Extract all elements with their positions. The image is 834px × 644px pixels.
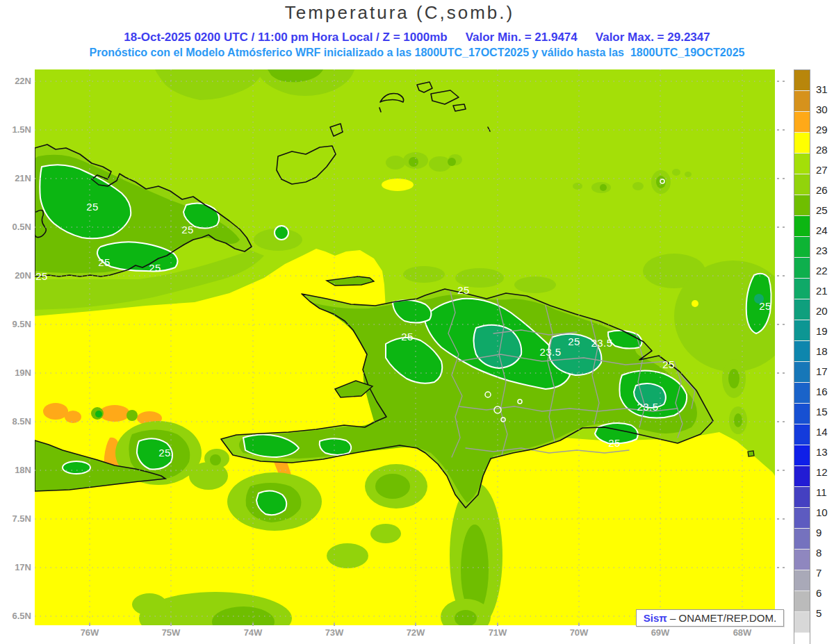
valid-time-text: 18-Oct-2025 0200 UTC / 11:00 pm Hora Loc… [124, 31, 447, 44]
y-axis-label: 20N [0, 270, 31, 281]
right-tick [777, 81, 779, 82]
colorbar-tick-label: 23 [816, 245, 828, 256]
right-tick [783, 324, 785, 325]
colorbar-segment [794, 340, 810, 361]
colorbar-segment [794, 278, 810, 299]
colorbar-tick-label: 5 [816, 607, 821, 619]
colorbar-tick-label: 8 [816, 547, 821, 559]
forecast-map [35, 69, 775, 625]
y-axis-label: 21N [0, 173, 31, 183]
colorbar-segment [794, 215, 810, 236]
x-axis-label: 75W [150, 627, 192, 638]
bottom-tick [334, 623, 335, 626]
colorbar-segment [794, 591, 810, 611]
right-tick [777, 324, 779, 325]
colorbar-segment [794, 195, 810, 215]
colorbar-segment [794, 132, 810, 153]
right-tick [777, 226, 779, 228]
subtitle-line2: Pronóstico con el Modelo Atmósferico WRF… [0, 47, 834, 59]
bottom-tick [578, 623, 580, 626]
colorbar-segment [794, 111, 810, 132]
attribution-box: Sisπ – ONAMET/REP.DOM. [636, 609, 784, 627]
y-axis-label: 7.5N [0, 513, 31, 524]
colorbar-tick-label: 16 [816, 386, 828, 397]
colorbar-tick-label: 20 [816, 305, 828, 317]
bottom-tick [252, 623, 254, 626]
max-value-text: Valor Max. = 29.2347 [596, 31, 710, 44]
x-axis-label: 69W [639, 627, 681, 638]
colorbar-segment [794, 424, 810, 445]
x-axis-label: 74W [232, 627, 274, 638]
colorbar-segment [794, 320, 810, 340]
right-tick [783, 226, 785, 228]
x-axis-label: 71W [477, 627, 518, 638]
colorbar-tick-label: 13 [816, 446, 828, 458]
right-tick [777, 275, 779, 276]
colorbar-tick-label: 9 [816, 527, 821, 538]
colorbar-tick-label: 21 [816, 285, 828, 297]
right-tick [777, 567, 779, 568]
colorbar-tick-label: 31 [816, 83, 828, 95]
right-tick [783, 518, 785, 520]
colorbar-segment [794, 528, 810, 549]
colorbar-tick-label: 14 [816, 426, 828, 438]
bottom-tick [170, 623, 172, 626]
bottom-tick [415, 623, 416, 626]
forecast-screenshot: Temperatura (C,somb.) 18-Oct-2025 0200 U… [0, 0, 834, 644]
x-axis-label: 73W [313, 627, 355, 638]
bottom-tick [497, 623, 498, 626]
bottom-tick [89, 623, 90, 626]
colorbar-tick-label: 6 [816, 587, 821, 599]
colorbar-tick-label: 11 [816, 486, 827, 498]
colorbar-segment [794, 486, 810, 507]
y-axis-label: 9.5N [0, 319, 31, 329]
colorbar-tick-label: 12 [816, 466, 828, 478]
right-tick [777, 421, 779, 422]
right-tick [777, 178, 779, 179]
right-tick [783, 470, 785, 471]
colorbar-segment [794, 465, 810, 486]
colorbar-tick-label: 25 [816, 204, 828, 216]
colorbar-segment [794, 70, 810, 90]
colorbar-segment [794, 632, 810, 644]
colorbar-segment [794, 445, 810, 465]
min-value-text: Valor Min. = 21.9474 [466, 31, 578, 44]
colorbar-tick-label: 27 [816, 164, 828, 176]
subtitle-line1: 18-Oct-2025 0200 UTC / 11:00 pm Hora Loc… [0, 31, 834, 44]
colorbar-segment [794, 257, 810, 278]
right-tick [777, 129, 779, 131]
right-tick [783, 372, 785, 374]
right-tick [783, 421, 785, 422]
colorbar-segment [794, 549, 810, 570]
colorbar-tick-label: 17 [816, 365, 828, 377]
y-axis-label: 1.5N [0, 124, 31, 135]
colorbar [794, 69, 810, 644]
colorbar-segment [794, 570, 810, 591]
x-axis-label: 70W [558, 627, 600, 638]
right-tick [783, 129, 785, 131]
colorbar-tick-label: 30 [816, 104, 828, 115]
right-tick [777, 372, 779, 374]
colorbar-segment [794, 299, 810, 320]
colorbar-tick-label: 7 [816, 567, 821, 579]
colorbar-segment [794, 403, 810, 424]
right-tick [783, 567, 785, 568]
sispi-logo: Sisπ [644, 612, 667, 624]
colorbar-tick-label: 10 [816, 506, 828, 518]
y-axis-label: 6.5N [0, 611, 31, 621]
mona-island [748, 451, 754, 456]
y-axis-label: 19N [0, 368, 31, 378]
right-tick [783, 275, 785, 276]
right-tick [777, 518, 779, 520]
colorbar-segment [794, 382, 810, 403]
x-axis-label: 68W [721, 627, 763, 638]
colorbar-segment [794, 361, 810, 382]
page-title: Temperatura (C,somb.) [0, 2, 799, 24]
x-axis-label: 72W [395, 627, 436, 638]
x-axis-label: 76W [69, 627, 111, 638]
colorbar-tick-label: 18 [816, 345, 828, 357]
colorbar-tick-label: 15 [816, 406, 828, 418]
colorbar-tick-label: 19 [816, 325, 828, 337]
right-tick [777, 470, 779, 471]
right-tick [783, 81, 785, 82]
